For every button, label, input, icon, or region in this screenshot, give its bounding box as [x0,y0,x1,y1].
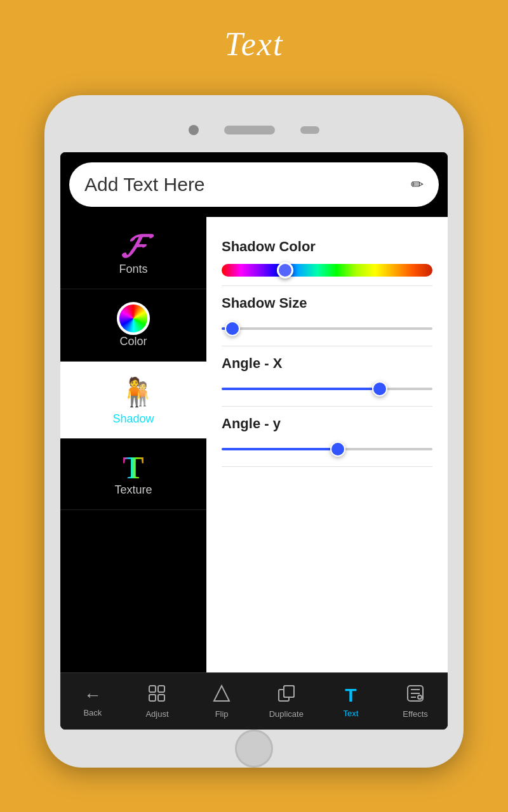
angle-y-slider[interactable] [222,441,432,457]
angle-y-label: Angle - y [222,416,432,432]
svg-point-12 [418,695,422,699]
sidebar-item-color-label: Color [119,335,147,348]
shadow-color-section: Shadow Color [222,230,432,286]
angle-y-section: Angle - y [222,407,432,467]
shadow-size-label: Shadow Size [222,295,432,311]
text-input-box[interactable]: Add Text Here ✏ [69,162,439,207]
text-nav-icon: T [345,684,356,706]
phone-bottom [44,730,464,768]
color-wheel-icon [117,302,150,335]
sidebar-item-fonts[interactable]: 𝓕 Fonts [60,217,206,289]
sidebar: 𝓕 Fonts Color 🧍 🧍 Shadow [60,217,206,672]
nav-item-text[interactable]: T Text [328,684,373,718]
nav-duplicate-label: Duplicate [269,709,304,719]
nav-item-back[interactable]: ← Back [70,685,115,717]
svg-rect-0 [149,686,156,692]
texture-icon: T [123,452,144,483]
bottom-nav: ← Back Adjust [60,672,448,730]
sidebar-item-texture-label: Texture [114,483,152,497]
nav-item-flip[interactable]: Flip [199,684,244,719]
sidebar-item-shadow[interactable]: 🧍 🧍 Shadow [60,362,206,439]
svg-rect-6 [284,686,294,697]
sidebar-item-shadow-label: Shadow [112,412,154,426]
angle-x-section: Angle - X [222,346,432,407]
phone-camera [189,125,199,135]
flip-icon [213,684,231,707]
svg-rect-2 [149,695,156,701]
shadow-icon-container: 🧍 🧍 [114,374,152,412]
adjust-icon [148,684,166,707]
text-input-placeholder: Add Text Here [84,174,205,195]
shadow-size-track [222,327,432,330]
duplicate-icon [277,684,295,707]
fonts-icon: 𝓕 [121,230,145,263]
settings-panel: Shadow Color Shadow Size [206,217,448,672]
angle-y-thumb[interactable] [330,442,345,457]
shadow-size-thumb[interactable] [225,321,240,336]
svg-rect-1 [158,686,164,692]
home-button[interactable] [235,730,273,768]
edit-icon[interactable]: ✏ [411,176,424,193]
nav-adjust-label: Adjust [145,709,168,719]
phone-sensor [300,126,319,134]
main-content: 𝓕 Fonts Color 🧍 🧍 Shadow [60,217,448,672]
nav-flip-label: Flip [215,709,229,719]
sidebar-item-texture[interactable]: T Texture [60,439,206,510]
shadow-color-label: Shadow Color [222,239,432,255]
angle-x-track [222,388,432,390]
nav-item-adjust[interactable]: Adjust [135,684,179,719]
nav-item-duplicate[interactable]: Duplicate [264,684,309,719]
angle-y-track [222,448,432,450]
phone-screen: Add Text Here ✏ 𝓕 Fonts Color [60,152,448,730]
page-title: Text [0,0,508,63]
phone-frame: Add Text Here ✏ 𝓕 Fonts Color [44,95,464,768]
nav-text-label: Text [344,709,359,718]
svg-marker-4 [214,686,229,701]
phone-top [44,95,464,152]
effects-icon [406,684,424,707]
sidebar-item-fonts-label: Fonts [119,263,147,276]
shadow-color-slider[interactable] [222,264,432,277]
text-input-area: Add Text Here ✏ [60,152,448,217]
nav-effects-label: Effects [403,709,428,719]
nav-item-effects[interactable]: Effects [393,684,438,719]
svg-rect-3 [158,695,164,701]
shadow-size-section: Shadow Size [222,286,432,346]
shadow-size-slider[interactable] [222,320,432,337]
phone-speaker [224,126,275,134]
shadow-color-thumb[interactable] [277,262,293,278]
sidebar-item-color[interactable]: Color [60,289,206,362]
back-icon: ← [84,685,102,705]
shadow-silhouette-icon: 🧍 [128,381,157,407]
angle-x-label: Angle - X [222,355,432,372]
angle-x-slider[interactable] [222,381,432,397]
angle-x-thumb[interactable] [372,381,387,396]
nav-back-label: Back [83,708,102,717]
